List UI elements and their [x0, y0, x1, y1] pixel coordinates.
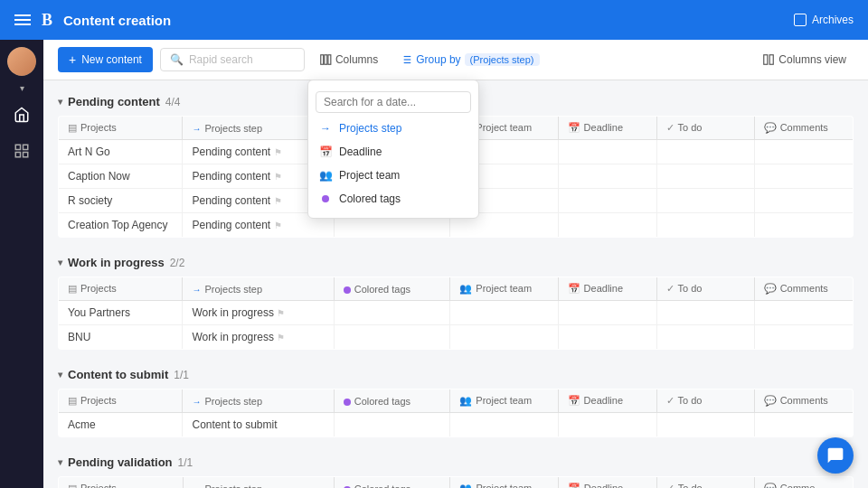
cell-deadline: [558, 301, 656, 325]
brand-logo: B: [42, 11, 52, 30]
menu-icon[interactable]: [14, 14, 31, 25]
cell-team: [450, 325, 558, 350]
cell-project: Acme: [59, 413, 183, 437]
cell-deadline: [558, 325, 656, 350]
th-deadline: 📅Deadline: [558, 277, 656, 301]
cell-project: Creation Top Agency: [59, 213, 183, 238]
group-by-badge: (Projects step): [465, 53, 540, 66]
cell-deadline: [558, 213, 656, 238]
cell-team: [450, 413, 558, 437]
table-header-row: ▤Projects →Projects step Colored tags 👥P…: [59, 277, 854, 301]
cell-project: Art N Go: [59, 140, 183, 164]
th-project-team: 👥Project team: [450, 389, 558, 413]
group-by-dropdown: → Projects step 📅 Deadline 👥 Project tea…: [307, 80, 479, 219]
cell-step: Content to submit: [183, 413, 334, 437]
dropdown-item-deadline[interactable]: 📅 Deadline: [308, 140, 478, 164]
section-pending-validation: ▾ Pending validation 1/1 ▤Projects →Proj…: [58, 452, 854, 488]
svg-rect-1: [24, 145, 28, 149]
section-title: Content to submit: [68, 368, 168, 381]
chevron-icon: ▾: [58, 370, 62, 380]
plus-icon: +: [69, 52, 76, 67]
cell-step: Work in progress ⚑: [183, 301, 334, 325]
columns-button[interactable]: Columns: [312, 50, 385, 70]
section-wip-header[interactable]: ▾ Work in progress 2/2: [58, 252, 854, 273]
cell-project: You Partners: [59, 301, 183, 325]
chevron-icon: ▾: [58, 258, 62, 267]
dropdown-item-project-team[interactable]: 👥 Project team: [308, 164, 478, 187]
cell-project: BNU: [59, 325, 183, 350]
user-avatar[interactable]: [7, 47, 36, 76]
svg-rect-2: [15, 153, 20, 157]
table-header-row: ▤Projects →Projects step Colored tags 👥P…: [59, 389, 854, 413]
th-todo: ✓To do: [656, 389, 754, 413]
cell-comments: [754, 189, 853, 213]
th-comments: 💬Comments: [754, 277, 853, 301]
cell-tags: [334, 301, 450, 325]
group-by-button[interactable]: Group by (Projects step): [392, 50, 546, 70]
validation-table: ▤Projects →Projects step Colored tags 👥P…: [58, 476, 854, 488]
colored-dot-icon: [319, 192, 332, 205]
cell-comments: [754, 213, 853, 238]
svg-rect-14: [769, 55, 773, 65]
svg-rect-6: [328, 55, 331, 65]
sidebar: ▾: [0, 40, 43, 488]
th-deadline: 📅Deadline: [558, 117, 656, 140]
dropdown-search-container: [308, 88, 478, 117]
table-row: BNU Work in progress ⚑: [59, 325, 854, 350]
section-validation-header[interactable]: ▾ Pending validation 1/1: [58, 452, 854, 473]
cell-comments: [754, 413, 853, 437]
cell-todo: [656, 164, 754, 189]
chat-bubble-button[interactable]: [817, 437, 854, 474]
table-header-row: ▤Projects →Projects step Colored tags 👥P…: [59, 477, 854, 489]
calendar-icon: 📅: [319, 145, 332, 158]
cell-comments: [754, 164, 853, 189]
cell-comments: [754, 301, 853, 325]
th-todo: ✓To do: [656, 277, 754, 301]
cell-comments: [754, 140, 853, 164]
th-projects-step: →Projects step: [183, 389, 334, 413]
sidebar-item-board[interactable]: [7, 136, 36, 165]
arrow-right-icon: →: [319, 122, 332, 135]
th-colored-tags: Colored tags: [334, 477, 450, 489]
section-title: Pending validation: [68, 455, 173, 469]
cell-tags: [334, 413, 450, 437]
cell-deadline: [558, 164, 656, 189]
search-input[interactable]: 🔍 Rapid search: [160, 48, 305, 71]
chevron-icon: ▾: [58, 457, 62, 467]
dropdown-search-input[interactable]: [316, 91, 471, 113]
th-comments: 💬Comments: [754, 117, 853, 140]
th-deadline: 📅Deadline: [558, 389, 656, 413]
table-row: Acme Content to submit: [59, 413, 854, 437]
th-colored-tags: Colored tags: [334, 389, 450, 413]
archives-icon: [794, 14, 807, 26]
search-icon: 🔍: [170, 53, 184, 66]
cell-deadline: [558, 413, 656, 437]
wip-table: ▤Projects →Projects step Colored tags 👥P…: [58, 277, 854, 350]
th-deadline: 📅Deadline: [558, 477, 656, 489]
th-projects: ▤Projects: [59, 389, 183, 413]
cell-todo: [656, 301, 754, 325]
th-projects-step: →Projects step: [183, 277, 334, 301]
columns-view-button[interactable]: Columns view: [755, 50, 854, 70]
view-icon: [762, 53, 775, 66]
th-project-team: 👥Project team: [450, 277, 558, 301]
svg-rect-5: [325, 55, 327, 65]
new-content-button[interactable]: + New content: [58, 47, 153, 72]
toolbar: + New content 🔍 Rapid search Columns Gro…: [43, 40, 868, 80]
dropdown-item-colored-tags[interactable]: Colored tags: [308, 187, 478, 211]
sidebar-item-home[interactable]: [7, 100, 36, 129]
archives-button[interactable]: Archives: [794, 14, 854, 26]
cell-team: [450, 301, 558, 325]
topbar: B Content creation Archives: [0, 0, 868, 40]
th-colored-tags: Colored tags: [334, 277, 450, 301]
svg-rect-4: [321, 55, 324, 65]
cell-todo: [656, 140, 754, 164]
cell-todo: [656, 413, 754, 437]
avatar-chevron: ▾: [20, 83, 24, 93]
cell-todo: [656, 189, 754, 213]
table-row: You Partners Work in progress ⚑: [59, 301, 854, 325]
dropdown-item-projects-step[interactable]: → Projects step: [308, 117, 478, 140]
th-project-team: 👥Project team: [450, 477, 558, 489]
section-submit-header[interactable]: ▾ Content to submit 1/1: [58, 364, 854, 385]
th-comments: 💬Comments: [754, 389, 853, 413]
